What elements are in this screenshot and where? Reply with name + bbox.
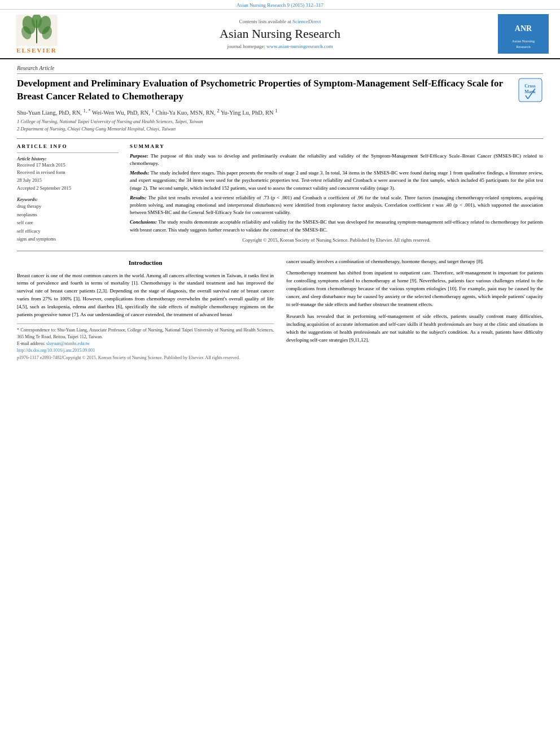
conclusions-text: The study results demonstrate acceptable… (130, 219, 543, 232)
affiliation-2: 2 Department of Nursing, Chiayi Chang Gu… (17, 125, 543, 133)
anr-logo-icon: ANR Asian Nursing Research (498, 14, 549, 54)
keywords-list: drug therapy neoplasms self care self ef… (17, 202, 119, 243)
copyright: Copyright © 2015, Korean Society of Nurs… (130, 237, 543, 244)
homepage-link[interactable]: www.asian-nursingresearch.com (266, 43, 333, 49)
keywords-title: Keywords: (17, 196, 119, 202)
history-label: Article history: (17, 156, 119, 161)
purpose-text: The purpose of this study was to develop… (130, 153, 543, 166)
intro-paragraph-3: Chemotherapy treatment has shifted from … (286, 269, 543, 309)
svg-text:ANR: ANR (515, 24, 532, 33)
keyword-3: self care (17, 219, 119, 226)
footnote-section: * Correspondence to: Shu-Yuan Liang, Ass… (17, 324, 274, 347)
methods-label: Methods: (130, 170, 149, 176)
journal-title: Asian Nursing Research (68, 27, 492, 41)
summary-results: Results: The pilot test results revealed… (130, 194, 543, 217)
introduction-title: Introduction (17, 258, 274, 268)
summary-title: SUMMARY (130, 143, 543, 149)
intro-paragraph-2: cancer usually involves a combination of… (286, 258, 543, 266)
article-type: Research Article (17, 65, 543, 74)
keyword-4: self efficacy (17, 227, 119, 235)
summary-purpose: Purpose: The purpose of this study was t… (130, 152, 543, 167)
article-info-panel: ARTICLE INFO Article history: Received 1… (17, 143, 119, 244)
paper-title: Development and Preliminary Evaluation o… (17, 77, 543, 103)
journal-homepage: journal homepage: www.asian-nursingresea… (68, 43, 492, 49)
conclusions-label: Conclusions: (130, 219, 157, 225)
doi-line[interactable]: http://dx.doi.org/10.1016/j.anr.2015.09.… (17, 347, 274, 354)
journal-logo-right: ANR Asian Nursing Research (498, 14, 549, 54)
summary-panel: SUMMARY Purpose: The purpose of this stu… (130, 143, 543, 244)
methods-text: The study included three stages. This pa… (130, 170, 543, 190)
section-divider (17, 251, 543, 251)
issn-line: p1976-1317 e2093-7482/Copyright © 2015, … (17, 355, 274, 361)
summary-conclusions: Conclusions: The study results demonstra… (130, 219, 543, 233)
footnote-email-link[interactable]: sluyuan@ntunhs.edu.tw (46, 341, 90, 346)
affiliation-1: 1 College of Nursing, National Taipei Un… (17, 118, 543, 125)
body-content: Introduction Breast cancer is one of the… (17, 258, 543, 361)
crossmark-icon[interactable]: Cross Mark (518, 77, 543, 103)
science-direct-link[interactable]: ScienceDirect (292, 19, 321, 24)
received-date: Received 17 March 2015 (17, 161, 119, 169)
revised-label: Received in revised form (17, 169, 119, 177)
results-label: Results: (130, 195, 146, 200)
results-text: The pilot test results revealed a test-r… (130, 195, 543, 215)
affiliations: 1 College of Nursing, National Taipei Un… (17, 118, 543, 133)
revised-date: 28 July 2015 (17, 177, 119, 185)
author-list: Shu-Yuan Liang, PhD, RN, 1, * Wei-Wen Wu… (17, 110, 278, 116)
article-info-summary-section: ARTICLE INFO Article history: Received 1… (17, 138, 543, 244)
svg-text:Asian Nursing: Asian Nursing (512, 39, 535, 43)
footnote-email: E-mail address: sluyuan@ntunhs.edu.tw (17, 340, 274, 347)
article-info-title: ARTICLE INFO (17, 143, 119, 149)
journal-center: Contents lists available at ScienceDirec… (62, 19, 498, 49)
svg-text:Cross: Cross (524, 84, 535, 89)
summary-methods: Methods: The study included three stages… (130, 169, 543, 192)
keywords-block: Keywords: drug therapy neoplasms self ca… (17, 196, 119, 243)
body-left-column: Introduction Breast cancer is one of the… (17, 258, 274, 361)
body-right-column: cancer usually involves a combination of… (286, 258, 543, 361)
journal-header: ELSEVIER Contents lists available at Sci… (0, 10, 560, 59)
summary-text: Purpose: The purpose of this study was t… (130, 152, 543, 244)
elsevier-tree-icon (14, 15, 59, 46)
keyword-2: neoplasms (17, 211, 119, 219)
elsevier-label: ELSEVIER (16, 47, 57, 54)
intro-paragraph-4: Research has revealed that in performing… (286, 313, 543, 344)
purpose-label: Purpose: (130, 153, 148, 159)
journal-reference: Asian Nursing Research 9 (2015) 312–317 (0, 0, 560, 10)
keyword-1: drug therapy (17, 202, 119, 210)
intro-paragraph-1: Breast cancer is one of the most common … (17, 272, 274, 320)
accepted-date: Accepted 2 September 2015 (17, 185, 119, 193)
article-history-block: Article history: Received 17 March 2015 … (17, 152, 119, 192)
footnote-correspondence: * Correspondence to: Shu-Yuan Liang, Ass… (17, 327, 274, 340)
elsevier-logo: ELSEVIER (11, 15, 62, 54)
science-direct-text: Contents lists available at ScienceDirec… (68, 19, 492, 24)
content-area: Research Article Development and Prelimi… (0, 65, 560, 361)
svg-text:Research: Research (516, 45, 531, 49)
authors: Shu-Yuan Liang, PhD, RN, 1, * Wei-Wen Wu… (17, 108, 543, 116)
keyword-5: signs and symptoms (17, 235, 119, 243)
